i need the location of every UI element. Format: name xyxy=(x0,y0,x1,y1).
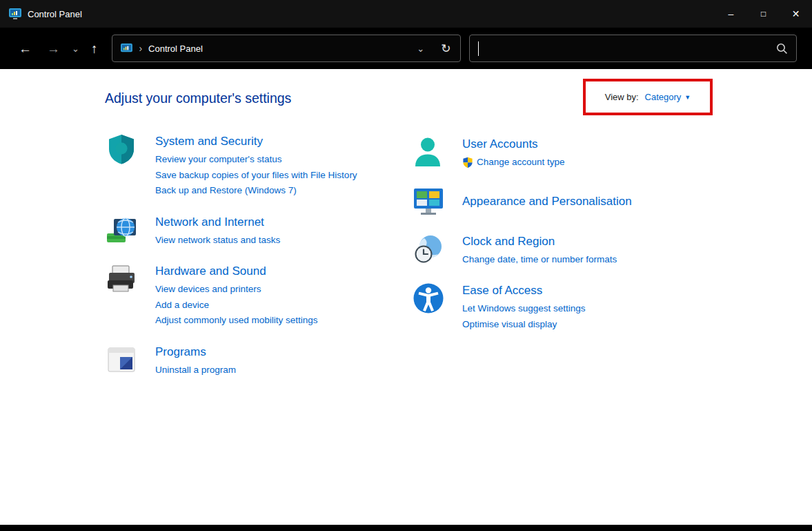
search-icon[interactable] xyxy=(776,43,788,55)
recent-pages-chevron-icon[interactable]: ⌄ xyxy=(68,40,83,57)
windows-suggest-settings-link[interactable]: Let Windows suggest settings xyxy=(462,301,586,317)
user-accounts-link[interactable]: User Accounts xyxy=(462,136,538,152)
dropdown-caret-icon: ▼ xyxy=(684,94,691,101)
category-clock-and-region: Clock and Region Change date, time or nu… xyxy=(412,233,736,268)
uac-shield-icon xyxy=(462,157,473,168)
left-column: System and Security Review your computer… xyxy=(105,133,408,392)
up-button[interactable]: ↑ xyxy=(83,38,106,59)
uninstall-program-link[interactable]: Uninstall a program xyxy=(155,363,236,378)
forward-button[interactable]: → xyxy=(39,38,68,59)
optimise-visual-display-link[interactable]: Optimise visual display xyxy=(462,317,586,333)
category-system-and-security: System and Security Review your computer… xyxy=(105,133,408,199)
hardware-and-sound-icon[interactable] xyxy=(105,262,138,296)
control-panel-window: Control Panel – □ ✕ ← → ⌄ ↑ › Control Pa… xyxy=(0,0,812,531)
category-appearance-personalisation: Appearance and Personalisation xyxy=(412,185,736,218)
hardware-and-sound-link[interactable]: Hardware and Sound xyxy=(155,263,266,279)
maximize-button[interactable]: □ xyxy=(747,0,780,28)
refresh-button[interactable]: ↻ xyxy=(430,40,452,57)
add-a-device-link[interactable]: Add a device xyxy=(155,298,318,313)
user-accounts-icon[interactable] xyxy=(412,135,445,168)
network-and-internet-link[interactable]: Network and Internet xyxy=(155,214,264,230)
programs-icon[interactable] xyxy=(105,343,138,376)
change-account-type-link[interactable]: Change account type xyxy=(462,155,565,171)
titlebar: Control Panel – □ ✕ xyxy=(0,0,812,28)
review-computer-status-link[interactable]: Review your computer's status xyxy=(155,152,357,168)
window-title: Control Panel xyxy=(28,9,82,19)
system-and-security-icon[interactable] xyxy=(105,133,138,166)
view-by-label: View by: xyxy=(605,92,639,102)
view-by-dropdown[interactable]: Category ▼ xyxy=(645,92,691,102)
clock-and-region-icon[interactable] xyxy=(412,233,445,266)
network-and-internet-icon[interactable] xyxy=(105,213,138,247)
file-history-backup-link[interactable]: Save backup copies of your files with Fi… xyxy=(155,168,357,184)
clock-and-region-link[interactable]: Clock and Region xyxy=(462,233,555,249)
close-button[interactable]: ✕ xyxy=(780,0,812,28)
main-content: Adjust your computer's settings View by:… xyxy=(0,69,812,525)
address-bar[interactable]: › Control Panel ⌄ ↻ xyxy=(112,35,461,62)
mobility-settings-link[interactable]: Adjust commonly used mobility settings xyxy=(155,313,318,329)
view-by-annotation-box: View by: Category ▼ xyxy=(583,79,713,115)
back-button[interactable]: ← xyxy=(11,38,39,59)
appearance-personalisation-link[interactable]: Appearance and Personalisation xyxy=(462,193,632,209)
breadcrumb[interactable]: Control Panel xyxy=(148,44,203,54)
view-network-status-link[interactable]: View network status and tasks xyxy=(155,233,280,249)
nav-buttons: ← → ⌄ ↑ xyxy=(0,38,112,59)
change-date-time-formats-link[interactable]: Change date, time or number formats xyxy=(462,252,617,268)
window-bottom-edge xyxy=(0,525,812,531)
category-network-and-internet: Network and Internet View network status… xyxy=(105,213,408,249)
appearance-personalisation-icon[interactable] xyxy=(412,185,445,218)
minimize-button[interactable]: – xyxy=(715,0,747,28)
address-dropdown-icon[interactable]: ⌄ xyxy=(411,41,430,57)
category-hardware-and-sound: Hardware and Sound View devices and prin… xyxy=(105,262,408,329)
system-and-security-link[interactable]: System and Security xyxy=(155,133,263,149)
page-title: Adjust your computer's settings xyxy=(105,90,291,106)
breadcrumb-chevron-icon: › xyxy=(139,43,142,54)
search-box[interactable] xyxy=(469,35,797,62)
navigation-bar: ← → ⌄ ↑ › Control Panel ⌄ ↻ xyxy=(0,28,812,69)
category-user-accounts: User Accounts Change account type xyxy=(412,135,736,171)
view-by-value: Category xyxy=(645,92,682,102)
ease-of-access-link[interactable]: Ease of Access xyxy=(462,282,542,298)
change-account-type-label: Change account type xyxy=(477,155,565,171)
control-panel-icon xyxy=(9,8,21,19)
right-column: User Accounts Change account type Appear… xyxy=(412,135,736,347)
view-devices-printers-link[interactable]: View devices and printers xyxy=(155,282,318,298)
backup-restore-windows7-link[interactable]: Back up and Restore (Windows 7) xyxy=(155,183,357,199)
ease-of-access-icon[interactable] xyxy=(412,282,445,315)
window-controls: – □ ✕ xyxy=(715,0,812,28)
programs-link[interactable]: Programs xyxy=(155,344,206,360)
search-input[interactable] xyxy=(479,35,776,61)
category-ease-of-access: Ease of Access Let Windows suggest setti… xyxy=(412,282,736,332)
control-panel-icon xyxy=(121,44,132,54)
category-programs: Programs Uninstall a program xyxy=(105,343,408,378)
